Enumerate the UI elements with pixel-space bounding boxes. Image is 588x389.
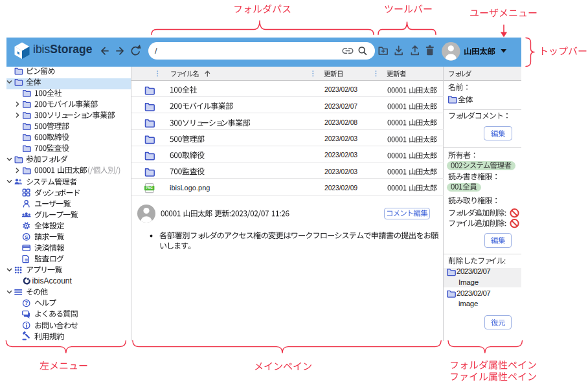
svg-text:S: S [25,234,28,240]
svg-text:PNG: PNG [146,186,153,190]
svg-text:?: ? [25,300,28,306]
